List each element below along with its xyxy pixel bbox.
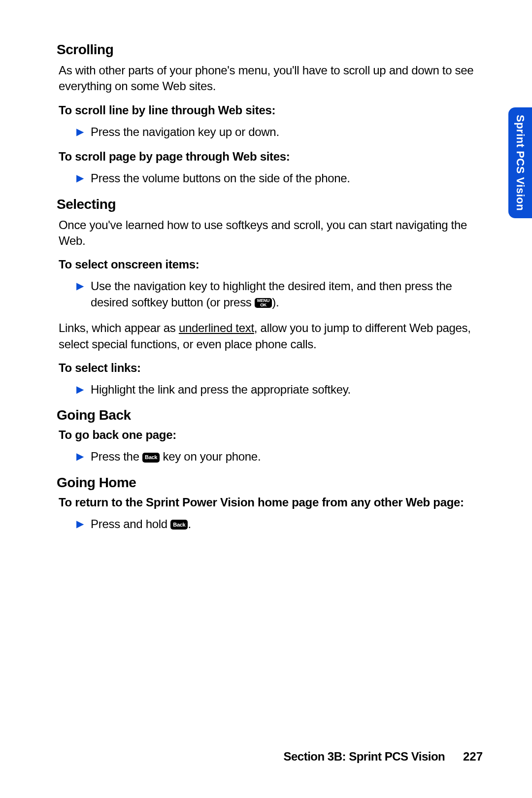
side-tab-label: Sprint PCS Vision	[514, 115, 527, 211]
selecting-bullet1-text: Use the navigation key to highlight the …	[91, 278, 473, 310]
arrow-icon: ▶	[76, 126, 84, 137]
back-key-icon: Back	[142, 453, 160, 463]
going-back-bullet-text: Press the Back key on your phone.	[91, 449, 261, 465]
selecting-intro: Once you've learned how to use softkeys …	[59, 217, 483, 249]
going-home-bullet: ▶ Press and hold Back.	[76, 516, 483, 532]
page-content: Scrolling As with other parts of your ph…	[0, 0, 532, 571]
arrow-icon: ▶	[76, 518, 84, 530]
heading-going-back: Going Back	[57, 407, 483, 423]
scrolling-bullet2: ▶ Press the volume buttons on the side o…	[76, 170, 483, 186]
side-tab: Sprint PCS Vision	[508, 107, 532, 218]
heading-scrolling: Scrolling	[57, 42, 483, 58]
footer-page-number: 227	[463, 750, 483, 763]
scrolling-instr1: To scroll line by line through Web sites…	[59, 103, 483, 117]
going-back-bullet: ▶ Press the Back key on your phone.	[76, 449, 483, 465]
scrolling-intro: As with other parts of your phone's menu…	[59, 63, 483, 95]
arrow-icon: ▶	[76, 383, 84, 395]
arrow-icon: ▶	[76, 450, 84, 462]
going-home-bullet-text: Press and hold Back.	[91, 516, 191, 532]
scrolling-bullet2-text: Press the volume buttons on the side of …	[91, 170, 350, 186]
heading-going-home: Going Home	[57, 475, 483, 491]
selecting-bullet2-text: Highlight the link and press the appropr…	[91, 382, 351, 398]
back-key-icon: Back	[170, 520, 188, 530]
underlined-example: underlined text	[179, 321, 254, 334]
page-footer: Section 3B: Sprint PCS Vision 227	[284, 750, 483, 764]
heading-selecting: Selecting	[57, 197, 483, 212]
going-back-instr: To go back one page:	[59, 428, 483, 442]
selecting-instr2: To select links:	[59, 361, 483, 375]
footer-section: Section 3B: Sprint PCS Vision	[284, 750, 445, 763]
selecting-links-para: Links, which appear as underlined text, …	[59, 320, 483, 352]
selecting-instr1: To select onscreen items:	[59, 258, 483, 271]
scrolling-bullet1-text: Press the navigation key up or down.	[91, 124, 279, 140]
scrolling-bullet1: ▶ Press the navigation key up or down.	[76, 124, 483, 140]
arrow-icon: ▶	[76, 172, 84, 184]
menu-ok-key-icon: MENUOK	[255, 298, 272, 308]
arrow-icon: ▶	[76, 280, 84, 292]
selecting-bullet1: ▶ Use the navigation key to highlight th…	[76, 278, 483, 310]
scrolling-instr2: To scroll page by page through Web sites…	[59, 150, 483, 164]
going-home-instr: To return to the Sprint Power Vision hom…	[59, 496, 483, 509]
selecting-bullet2: ▶ Highlight the link and press the appro…	[76, 382, 483, 398]
